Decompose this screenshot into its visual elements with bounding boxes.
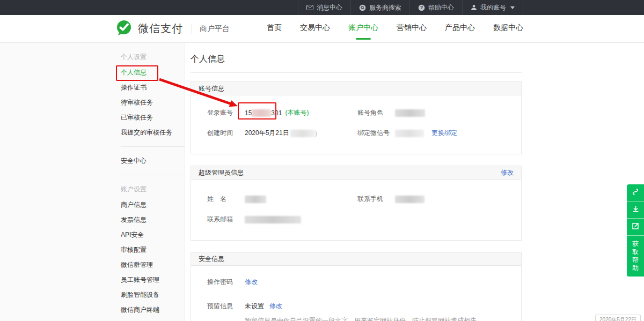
provider-search-item[interactable]: 服务商搜索 xyxy=(350,0,409,15)
mail-icon xyxy=(306,5,313,10)
security-info-panel: 安全信息 操作密码 修改 预留信息 未设置 修改 预留 xyxy=(191,252,522,321)
message-center-label: 消息中心 xyxy=(317,3,342,12)
nav-account-center[interactable]: 账户中心 xyxy=(348,23,378,35)
annotation-box-sidebar-personal-info xyxy=(116,65,158,81)
admin-name-label: 姓 名 xyxy=(207,195,245,204)
sidebar-item-staff-account-management[interactable]: 员工账号管理 xyxy=(121,277,185,283)
super-admin-edit-link[interactable]: 修改 xyxy=(501,168,514,177)
sidebar-item-review-config[interactable]: 审核配置 xyxy=(121,247,185,253)
download-icon xyxy=(632,205,640,215)
bound-wechat-label: 绑定微信号 xyxy=(357,129,395,138)
nav-marketing-center[interactable]: 营销中心 xyxy=(397,23,427,35)
floating-help-widget: 获取帮助 xyxy=(627,184,644,277)
search-icon xyxy=(359,4,366,11)
message-center-item[interactable]: 消息中心 xyxy=(298,0,350,15)
svg-text:?: ? xyxy=(420,5,423,10)
nav-data-center[interactable]: 数据中心 xyxy=(493,23,523,35)
topbar-inner: 消息中心 服务商搜索 ? 帮助中心 我的账号 xyxy=(115,0,529,15)
topbar: 消息中心 服务商搜索 ? 帮助中心 我的账号 xyxy=(0,0,644,15)
contact-phone-label: 联系手机 xyxy=(357,195,395,204)
nav-transaction-center[interactable]: 交易中心 xyxy=(300,23,330,35)
user-icon xyxy=(471,4,477,11)
super-admin-panel-title: 超级管理员信息 xyxy=(199,168,244,177)
sidebar-section-account-settings: 账户设置 xyxy=(121,186,185,192)
get-help-label: 获取帮助 xyxy=(632,240,639,272)
reserve-info-edit-link[interactable]: 修改 xyxy=(269,302,282,311)
operation-password-label: 操作密码 xyxy=(207,278,245,287)
reserve-info-status: 未设置 xyxy=(245,302,264,311)
super-admin-panel: 超级管理员信息 修改 姓 名 联系手机 联系邮箱 xyxy=(191,166,522,241)
sidebar-item-merchant-info[interactable]: 商户信息 xyxy=(121,201,185,208)
sidebar-item-wechat-group-management[interactable]: 微信群管理 xyxy=(121,262,185,268)
reserve-info-label: 预留信息 xyxy=(207,302,245,311)
redacted-wechat-id xyxy=(395,130,424,137)
sidebar-item-security-center[interactable]: 安全中心 xyxy=(121,158,185,164)
security-info-panel-title: 安全信息 xyxy=(199,255,224,264)
my-account-label: 我的账号 xyxy=(480,3,506,12)
caret-down-icon xyxy=(510,6,515,9)
sidebar-item-my-submitted-tasks[interactable]: 我提交的审核任务 xyxy=(121,129,185,136)
title-divider xyxy=(191,72,522,73)
reserve-info-description: 预留信息是由你自己设置的一段文字，用来鉴定网站身份，防止假冒网站造成损失。 配置… xyxy=(245,316,514,321)
redacted-account-role xyxy=(395,109,425,117)
current-account-tag: (本账号) xyxy=(285,108,309,117)
annotation-arrow xyxy=(155,74,246,113)
edit-icon xyxy=(632,222,640,232)
operation-password-edit-link[interactable]: 修改 xyxy=(245,278,258,287)
rebind-link[interactable]: 更换绑定 xyxy=(431,129,457,138)
header: 微信支付 商户平台 首页 交易中心 账户中心 营销中心 产品中心 数据中心 xyxy=(0,15,644,43)
sidebar-divider xyxy=(121,175,185,175)
help-center-label: 帮助中心 xyxy=(428,3,454,12)
brand-portal: 商户平台 xyxy=(200,24,230,34)
feedback-button[interactable] xyxy=(627,219,644,236)
account-role-label: 账号角色 xyxy=(357,108,395,117)
nav-home[interactable]: 首页 xyxy=(267,23,282,35)
get-help-button[interactable]: 获取帮助 xyxy=(627,236,644,277)
brand-divider xyxy=(192,24,192,34)
main-nav: 首页 交易中心 账户中心 营销中心 产品中心 数据中心 xyxy=(267,23,523,35)
redacted-contact-email xyxy=(245,216,301,223)
wechat-pay-logo-icon xyxy=(115,20,134,38)
sidebar-item-invoice-info[interactable]: 发票信息 xyxy=(121,217,185,223)
creation-time-label: 创建时间 xyxy=(207,129,245,138)
creation-time-value: 2020年5月21日 ) xyxy=(245,129,317,138)
sidebar-item-wechat-merchant-terminal[interactable]: 微信商户终端 xyxy=(121,307,185,313)
sidebar-divider xyxy=(121,146,185,147)
date-tooltip: 2020年5月22日 xyxy=(595,315,641,321)
question-icon: ? xyxy=(418,4,425,11)
link-icon xyxy=(631,188,640,198)
download-button[interactable] xyxy=(627,201,644,219)
page-title: 个人信息 xyxy=(191,54,644,65)
my-account-item[interactable]: 我的账号 xyxy=(462,0,523,15)
sidebar-item-reviewed-tasks[interactable]: 已审核任务 xyxy=(121,114,185,121)
redacted-contact-phone xyxy=(395,196,425,203)
sidebar-section-personal-settings: 个人设置 xyxy=(121,54,185,60)
nav-product-center[interactable]: 产品中心 xyxy=(445,23,475,35)
quick-link-button[interactable] xyxy=(627,184,644,201)
redacted-creation-detail xyxy=(290,130,315,137)
contact-email-label: 联系邮箱 xyxy=(207,215,245,224)
brand-name: 微信支付 xyxy=(138,21,183,36)
redacted-admin-name xyxy=(245,196,266,203)
sidebar-item-api-security[interactable]: API安全 xyxy=(121,232,185,238)
help-center-item[interactable]: ? 帮助中心 xyxy=(409,0,462,15)
provider-search-label: 服务商搜索 xyxy=(369,3,401,12)
brand[interactable]: 微信支付 商户平台 xyxy=(115,20,230,38)
sidebar-item-face-smart-device[interactable]: 刷脸智能设备 xyxy=(121,292,185,298)
main-content: 个人信息 账号信息 登录账号 15 301 (本账号) xyxy=(185,43,644,321)
